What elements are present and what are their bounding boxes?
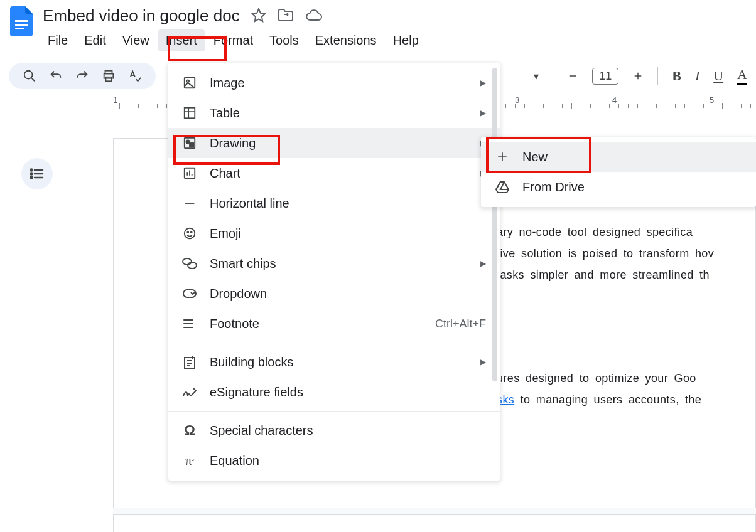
svg-point-19 [191,231,192,233]
insert-esignature[interactable]: eSignature fields [168,377,500,407]
menu-file[interactable]: File [40,29,75,51]
increase-font-icon[interactable] [632,70,644,82]
menu-insert[interactable]: Insert [158,29,205,51]
cloud-icon[interactable] [305,9,323,24]
label: Footnote [210,317,259,331]
label: New [522,150,548,164]
svg-point-21 [188,262,197,269]
drive-icon [495,179,510,194]
underline-button[interactable]: U [713,68,723,84]
ruler-number: 1 [113,95,117,105]
dropdown-icon [182,286,197,301]
scrollbar[interactable] [492,68,497,381]
emoji-icon [182,226,197,241]
svg-point-7 [31,169,33,171]
body-text: sks to managing users accounts, the [497,389,730,410]
insert-equation[interactable]: π² Equation [168,445,500,476]
spellcheck-icon[interactable] [128,69,142,83]
insert-menu-dropdown: Image▶ Table▶ Drawing▶ Chart▶ Horizontal… [168,63,500,481]
star-icon[interactable] [251,8,266,25]
chevron-down-icon[interactable]: ▾ [534,70,539,82]
label: Drawing [210,136,256,151]
insert-emoji[interactable]: Emoji [168,218,500,248]
body-text: tasks simpler and more streamlined th [497,264,730,285]
menu-help[interactable]: Help [386,29,426,51]
menu-extensions[interactable]: Extensions [308,29,384,51]
svg-point-8 [31,173,33,175]
menubar: File Edit View Insert Format Tools Exten… [40,27,747,51]
bold-button[interactable]: B [672,68,681,84]
label: Special characters [210,423,313,438]
insert-smartchips[interactable]: Smart chips▶ [168,248,500,279]
label: Dropdown [210,287,267,301]
outline-toggle[interactable] [21,158,53,189]
label: Emoji [210,226,241,241]
svg-rect-12 [185,108,195,119]
redo-icon[interactable] [75,69,89,83]
docs-logo[interactable] [9,5,34,38]
building-blocks-icon [182,354,197,370]
move-icon[interactable] [278,8,294,24]
separator [168,411,500,412]
equation-icon: π² [182,453,197,468]
menu-format[interactable]: Format [206,29,261,51]
omega-icon: Ω [182,423,197,438]
undo-icon[interactable] [49,69,63,83]
menu-edit[interactable]: Edit [77,29,113,51]
plus-icon [495,149,510,164]
esignature-icon [182,385,197,400]
font-size-input[interactable]: 11 [592,68,618,85]
insert-dropdown[interactable]: Dropdown [168,279,500,309]
chevron-right-icon: ▶ [480,78,486,87]
svg-point-3 [24,71,33,79]
menu-tools[interactable]: Tools [262,29,306,51]
label: Building blocks [210,355,293,370]
label: Chart [210,166,240,181]
hline-icon [182,196,197,211]
print-icon[interactable] [102,69,116,83]
drawing-submenu: New From Drive [481,137,756,207]
footnote-icon [182,316,197,331]
separator [657,67,658,85]
label: Image [210,76,245,90]
drawing-new[interactable]: New [481,142,756,172]
decrease-font-icon[interactable] [567,70,578,82]
chevron-right-icon: ▶ [480,358,486,366]
svg-rect-2 [15,28,24,29]
smartchips-icon [182,256,197,271]
ruler-number: 3 [515,95,519,105]
svg-rect-1 [15,24,28,26]
chevron-right-icon: ▶ [480,259,486,268]
insert-building-blocks[interactable]: Building blocks▶ [168,347,500,377]
body-text: tive solution is poised to transform hov [497,243,730,264]
italic-button[interactable]: I [695,68,699,84]
menu-view[interactable]: View [115,29,157,51]
drawing-icon [182,136,197,151]
separator [553,67,553,85]
ruler-number: 5 [710,95,714,105]
insert-hline[interactable]: Horizontal line [168,188,500,218]
label: Smart chips [210,257,276,271]
svg-point-18 [187,231,188,233]
insert-image[interactable]: Image▶ [168,68,500,98]
doc-title[interactable]: Embed video in google doc [40,5,242,27]
svg-rect-15 [190,143,193,147]
insert-drawing[interactable]: Drawing▶ [168,128,500,158]
label: From Drive [522,180,585,194]
label: Horizontal line [210,196,289,211]
text-color-button[interactable]: A [737,66,747,85]
image-icon [182,75,197,90]
page[interactable] [113,514,756,532]
svg-point-20 [183,258,192,265]
svg-rect-0 [15,20,28,22]
insert-footnote[interactable]: FootnoteCtrl+Alt+F [168,309,500,339]
insert-table[interactable]: Table▶ [168,98,500,128]
svg-point-11 [186,80,189,82]
drawing-from-drive[interactable]: From Drive [481,172,756,202]
svg-point-9 [31,177,33,179]
insert-chart[interactable]: Chart▶ [168,158,500,188]
table-icon [182,105,197,120]
svg-point-17 [185,228,195,239]
search-icon[interactable] [23,69,36,83]
insert-special-chars[interactable]: Ω Special characters [168,415,500,445]
